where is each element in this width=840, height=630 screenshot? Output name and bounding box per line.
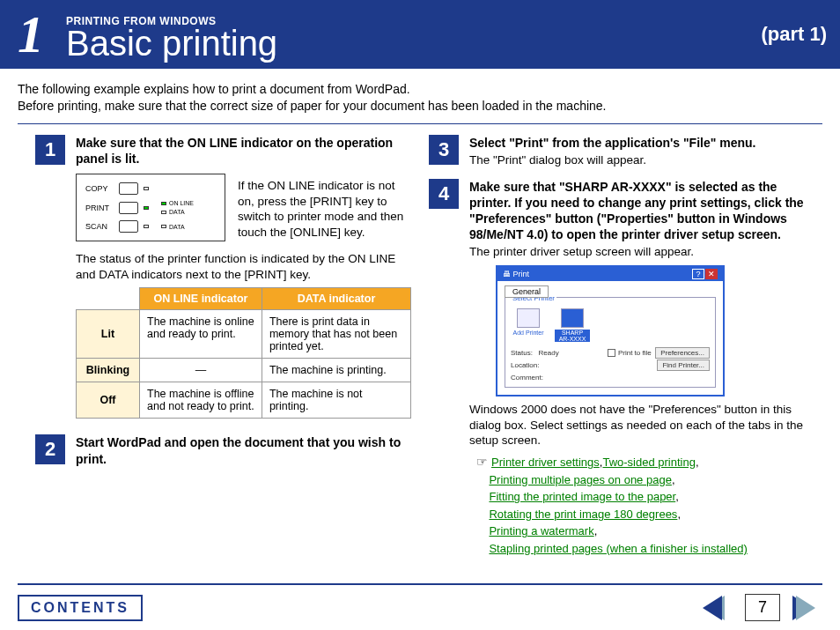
prev-page-button[interactable] [703, 596, 733, 620]
step-text: The "Print" dialog box will appear. [469, 152, 805, 168]
step-2: 2 Start WordPad and open the document th… [35, 434, 411, 466]
close-icon: ✕ [705, 269, 718, 279]
step-title: Select "Print" from the application's "F… [469, 135, 805, 151]
operation-panel-diagram: COPY PRINT ON LINE DATA [76, 174, 225, 241]
page-number: 7 [745, 594, 780, 621]
sharp-printer-item: SHARP AR-XXXX [555, 308, 590, 342]
intro-line: Before printing, make sure that the corr… [18, 98, 822, 115]
left-column: 1 Make sure that the ON LINE indicator o… [35, 135, 411, 568]
print-dialog-screenshot: 🖶 Print ?✕ General Select Printer Add Pr… [496, 265, 725, 397]
led-icon [144, 187, 149, 190]
triangle-right-icon [796, 596, 815, 620]
led-icon [161, 202, 166, 205]
online-led-label: ON LINE [169, 200, 194, 206]
step-title: Make sure that "SHARP AR-XXXX" is select… [469, 179, 805, 243]
panel-side-text: If the ON LINE indicator is not on, pres… [238, 178, 411, 240]
led-icon [161, 225, 166, 228]
content-columns: 1 Make sure that the ON LINE indicator o… [18, 123, 822, 568]
printer-icon [561, 308, 584, 328]
led-icon [144, 206, 149, 210]
table-cell: The machine is not printing. [262, 382, 410, 419]
intro-line: The following example explains how to pr… [18, 81, 822, 98]
data-led-label: DATA [169, 209, 185, 215]
intro-text: The following example explains how to pr… [0, 69, 840, 123]
led-icon [161, 211, 166, 214]
led-icon [144, 225, 149, 228]
step-title: Start WordPad and open the document that… [76, 434, 411, 466]
print-to-file-label: Print to file [618, 349, 652, 357]
link-rotate-180[interactable]: Rotating the print image 180 degrees [489, 508, 677, 521]
dialog-title-text: Print [513, 270, 530, 278]
print-icon [119, 202, 138, 214]
comment-label: Comment: [511, 374, 543, 382]
table-header: ON LINE indicator [140, 288, 262, 310]
step-body: Select "Print" from the application's "F… [469, 135, 805, 168]
step-body: Start WordPad and open the document that… [76, 434, 411, 466]
contents-button[interactable]: CONTENTS [18, 595, 143, 621]
part-label: (part 1) [761, 23, 827, 46]
table-cell: There is print data in memory that has n… [262, 310, 410, 359]
link-printer-driver-settings[interactable]: Printer driver settings [491, 456, 600, 469]
find-printer-button: Find Printer... [657, 359, 710, 371]
table-cell: The machine is printing. [262, 359, 410, 382]
table-cell: The machine is online and ready to print… [140, 310, 262, 359]
panel-copy-label: COPY [85, 184, 114, 193]
table-row-header: Blinking [77, 359, 140, 382]
location-label: Location: [511, 361, 539, 369]
step-number: 3 [429, 135, 459, 165]
add-printer-item: Add Printer [511, 308, 546, 342]
status-text: The status of the printer function is in… [76, 251, 411, 282]
dialog-titlebar: 🖶 Print ?✕ [497, 267, 723, 281]
table-cell: — [140, 359, 262, 382]
table-header: DATA indicator [262, 288, 410, 310]
chapter-number: 1 [0, 4, 62, 65]
related-links: ☞Printer driver settings,Two-sided print… [476, 453, 805, 558]
indicator-table: ON LINE indicator DATA indicator Lit The… [76, 287, 411, 419]
link-watermark[interactable]: Printing a watermark [489, 524, 593, 537]
link-stapling[interactable]: Stapling printed pages (when a finisher … [489, 542, 747, 555]
panel-print-label: PRINT [85, 204, 114, 212]
page-header: 1 PRINTING FROM WINDOWS Basic printing (… [0, 0, 840, 69]
data-led-label: DATA [169, 224, 185, 230]
table-cell: The machine is offline and not ready to … [140, 382, 262, 419]
table-row-header: Off [77, 382, 140, 419]
preferences-button: Preferences... [655, 347, 710, 359]
header-titles: PRINTING FROM WINDOWS Basic printing [62, 8, 761, 61]
step-text: The printer driver setup screen will app… [469, 244, 805, 260]
step-body: Make sure that "SHARP AR-XXXX" is select… [469, 179, 805, 558]
step-number: 2 [35, 434, 65, 464]
status-value: Ready [539, 349, 559, 357]
link-multiple-pages[interactable]: Printing multiple pages on one page [489, 473, 671, 486]
after-dialog-text: Windows 2000 does not have the "Preferen… [469, 402, 805, 448]
link-fit-to-paper[interactable]: Fitting the printed image to the paper [489, 490, 675, 503]
table-row-header: Lit [77, 310, 140, 359]
panel-row: COPY PRINT ON LINE DATA [76, 174, 411, 244]
step-number: 1 [35, 135, 65, 165]
checkbox-icon [608, 349, 615, 357]
panel-scan-label: SCAN [85, 222, 114, 231]
help-icon: ? [692, 269, 704, 279]
step-title: Make sure that the ON LINE indicator on … [76, 135, 411, 167]
dialog-tab-general: General [505, 285, 549, 298]
right-column: 3 Select "Print" from the application's … [429, 135, 805, 568]
printer-icon [517, 308, 540, 328]
step-number: 4 [429, 179, 459, 209]
step-3: 3 Select "Print" from the application's … [429, 135, 805, 168]
link-two-sided-printing[interactable]: Two-sided printing [602, 456, 696, 469]
page-title: Basic printing [66, 26, 761, 61]
scan-icon [119, 220, 138, 233]
step-body: Make sure that the ON LINE indicator on … [76, 135, 411, 419]
page-footer: CONTENTS 7 [18, 583, 822, 630]
next-page-button[interactable] [792, 596, 822, 620]
copy-icon [119, 182, 138, 195]
triangle-left-icon [703, 596, 722, 620]
page-nav: 7 [703, 594, 822, 621]
step-1: 1 Make sure that the ON LINE indicator o… [35, 135, 411, 419]
status-label: Status: [511, 349, 533, 357]
step-4: 4 Make sure that "SHARP AR-XXXX" is sele… [429, 179, 805, 558]
pointing-hand-icon: ☞ [476, 455, 488, 469]
